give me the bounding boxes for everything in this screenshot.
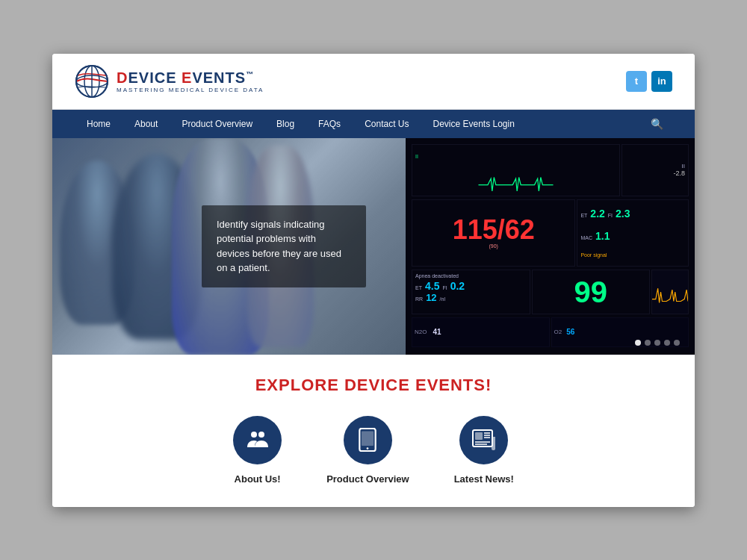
slide-dot-1[interactable]	[635, 340, 641, 346]
nav-about[interactable]: About	[123, 110, 170, 138]
monitor-et2: 2.3	[616, 208, 630, 220]
social-icons: t in	[626, 71, 672, 92]
about-us-label: About Us!	[235, 473, 281, 485]
monitor-spo2: 99	[574, 277, 608, 307]
monitor-fi: 0.2	[450, 280, 465, 292]
slide-dot-3[interactable]	[654, 340, 660, 346]
search-icon[interactable]: 🔍	[642, 111, 672, 137]
people-icon	[246, 428, 270, 452]
browser-window: DEVICE EVENTS™ Mastering Medical Device …	[52, 54, 695, 507]
slide-dot-2[interactable]	[645, 340, 651, 346]
product-overview-icon	[344, 416, 392, 464]
tablet-icon	[357, 428, 378, 452]
nav-blog[interactable]: Blog	[264, 110, 306, 138]
svg-rect-8	[362, 431, 374, 446]
explore-title: EXPLORE DEVICE EVENTS!	[75, 376, 672, 395]
hero-section: Identify signals indicating potential pr…	[52, 138, 695, 355]
hero-caption: Identify signals indicating potential pr…	[202, 205, 366, 287]
monitor-et3: 4.5	[425, 280, 439, 292]
monitor-bp: 115/62	[453, 217, 535, 243]
monitor-et1: 2.2	[590, 208, 604, 220]
monitor-mac: 1.1	[595, 230, 610, 242]
nav-product-overview[interactable]: Product Overview	[170, 110, 264, 138]
latest-news-label: Latest News!	[454, 473, 514, 485]
monitor-rr: 12	[426, 292, 436, 303]
linkedin-button[interactable]: in	[651, 71, 672, 92]
slide-dot-4[interactable]	[664, 340, 670, 346]
svg-point-5	[251, 432, 257, 438]
main-nav: Home About Product Overview Blog FAQs Co…	[52, 110, 695, 138]
slide-dot-5[interactable]	[674, 340, 680, 346]
twitter-button[interactable]: t	[626, 71, 647, 92]
hero-background: Identify signals indicating potential pr…	[52, 138, 695, 355]
newspaper-icon	[472, 429, 496, 450]
svg-point-9	[367, 447, 369, 449]
latest-news-icon	[459, 416, 508, 464]
explore-section: EXPLORE DEVICE EVENTS! About Us!	[52, 355, 695, 507]
logo-text: DEVICE EVENTS™ Mastering Medical Device …	[117, 69, 264, 93]
nav-faqs[interactable]: FAQs	[306, 110, 353, 138]
nav-login[interactable]: Device Events Login	[421, 110, 526, 138]
hero-surgical-image: Identify signals indicating potential pr…	[52, 138, 406, 355]
logo-globe-icon	[75, 64, 109, 99]
site-title: DEVICE EVENTS™	[117, 69, 264, 87]
feature-grid: About Us! Product Overview	[75, 416, 672, 485]
product-overview-label: Product Overview	[326, 473, 409, 485]
monitor-screen: II II -2.8	[406, 138, 695, 355]
feature-product-overview[interactable]: Product Overview	[326, 416, 409, 485]
feature-latest-news[interactable]: Latest News!	[454, 416, 514, 485]
logo-area: DEVICE EVENTS™ Mastering Medical Device …	[75, 64, 264, 99]
svg-point-6	[258, 432, 264, 438]
slide-dots	[635, 340, 680, 346]
hero-caption-text: Identify signals indicating potential pr…	[217, 219, 341, 274]
svg-rect-11	[475, 432, 483, 440]
nav-home[interactable]: Home	[75, 110, 123, 138]
site-header: DEVICE EVENTS™ Mastering Medical Device …	[52, 54, 695, 110]
hero-monitor-image: II II -2.8	[406, 138, 695, 355]
about-us-icon	[233, 416, 282, 464]
feature-about-us[interactable]: About Us!	[233, 416, 282, 485]
site-subtitle: Mastering Medical Device Data	[117, 87, 264, 93]
nav-contact[interactable]: Contact Us	[353, 110, 421, 138]
